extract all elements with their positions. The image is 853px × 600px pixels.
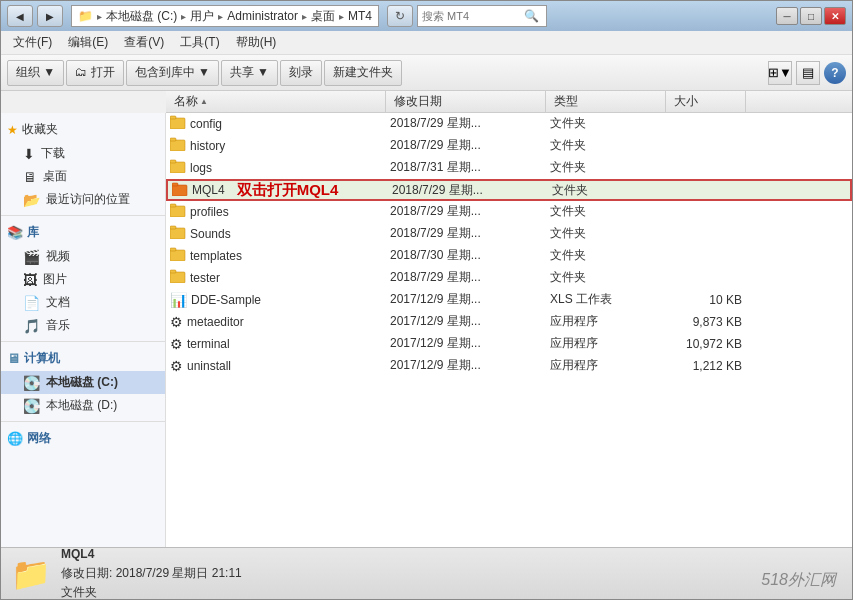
file-size-cell: 1,212 KB	[670, 359, 750, 373]
folder-icon	[170, 115, 186, 132]
path-mt4[interactable]: MT4	[348, 9, 372, 23]
view-options-button[interactable]: ⊞▼	[768, 61, 792, 85]
table-row[interactable]: profiles2018/7/29 星期...文件夹	[166, 201, 852, 223]
table-row[interactable]: ⚙metaeditor2017/12/9 星期...应用程序9,873 KB	[166, 311, 852, 333]
table-row[interactable]: templates2018/7/30 星期...文件夹	[166, 245, 852, 267]
sidebar-item-ddrive[interactable]: 💽 本地磁盘 (D:)	[1, 394, 165, 417]
recent-icon: 📂	[23, 192, 40, 208]
svg-rect-15	[170, 270, 176, 273]
forward-button[interactable]: ▶	[37, 5, 63, 27]
maximize-button[interactable]: □	[800, 7, 822, 25]
folder-icon	[172, 182, 188, 199]
toolbar: 组织 ▼ 🗂 打开 包含到库中 ▼ 共享 ▼ 刻录 新建文件夹 ⊞▼ ▤ ?	[1, 55, 852, 91]
file-name-cell: ⚙uninstall	[170, 358, 390, 374]
table-row[interactable]: config2018/7/29 星期...文件夹	[166, 113, 852, 135]
sidebar-computer-header[interactable]: 🖥 计算机	[1, 346, 165, 371]
sidebar-item-pictures[interactable]: 🖼 图片	[1, 268, 165, 291]
file-name-text: MQL4	[192, 183, 225, 197]
col-header-name[interactable]: 名称 ▲	[166, 91, 386, 112]
sidebar-item-cdrive[interactable]: 💽 本地磁盘 (C:)	[1, 371, 165, 394]
sidebar-item-video[interactable]: 🎬 视频	[1, 245, 165, 268]
search-box[interactable]: 🔍	[417, 5, 547, 27]
sidebar-library-section: 📚 库 🎬 视频 🖼 图片 📄 文档 🎵 音乐	[1, 220, 165, 337]
path-admin[interactable]: Administrator	[227, 9, 298, 23]
file-name-cell: Sounds	[170, 225, 390, 242]
svg-rect-12	[170, 250, 185, 261]
file-type-cell: 应用程序	[550, 357, 670, 374]
file-type-cell: 文件夹	[550, 159, 670, 176]
back-button[interactable]: ◀	[7, 5, 33, 27]
folder-icon	[170, 137, 186, 154]
menu-item-f[interactable]: 文件(F)	[5, 32, 60, 53]
table-row[interactable]: tester2018/7/29 星期...文件夹	[166, 267, 852, 289]
column-headers: 名称 ▲ 修改日期 类型 大小	[166, 91, 852, 113]
cdrive-icon: 💽	[23, 375, 40, 391]
sidebar-item-documents[interactable]: 📄 文档	[1, 291, 165, 314]
close-button[interactable]: ✕	[824, 7, 846, 25]
path-arrow: ▸	[97, 11, 102, 22]
main-window: ◀ ▶ 📁 ▸ 本地磁盘 (C:) ▸ 用户 ▸ Administrator ▸…	[0, 0, 853, 600]
file-date-cell: 2018/7/31 星期...	[390, 159, 550, 176]
file-name-cell: 📊DDE-Sample	[170, 292, 390, 308]
share-button[interactable]: 共享 ▼	[221, 60, 278, 86]
refresh-button[interactable]: ↻	[387, 5, 413, 27]
minimize-button[interactable]: ─	[776, 7, 798, 25]
open-button[interactable]: 🗂 打开	[66, 60, 123, 86]
path-desktop[interactable]: 桌面	[311, 8, 335, 25]
col-header-size[interactable]: 大小	[666, 91, 746, 112]
sidebar-item-desktop[interactable]: 🖥 桌面	[1, 165, 165, 188]
table-row[interactable]: 📊DDE-Sample2017/12/9 星期...XLS 工作表10 KB	[166, 289, 852, 311]
sidebar-library-header[interactable]: 📚 库	[1, 220, 165, 245]
sidebar-item-download[interactable]: ⬇ 下载	[1, 142, 165, 165]
documents-icon: 📄	[23, 295, 40, 311]
file-name-text: Sounds	[190, 227, 231, 241]
burn-button[interactable]: 刻录	[280, 60, 322, 86]
file-type-cell: 文件夹	[550, 269, 670, 286]
sep3: ▸	[302, 11, 307, 22]
address-bar[interactable]: 📁 ▸ 本地磁盘 (C:) ▸ 用户 ▸ Administrator ▸ 桌面 …	[71, 5, 379, 27]
search-input[interactable]	[422, 10, 522, 22]
sep4: ▸	[339, 11, 344, 22]
sidebar-favorites-header[interactable]: ★ 收藏夹	[1, 117, 165, 142]
organize-button[interactable]: 组织 ▼	[7, 60, 64, 86]
file-name-cell: logs	[170, 159, 390, 176]
path-user[interactable]: 用户	[190, 8, 214, 25]
sidebar: ★ 收藏夹 ⬇ 下载 🖥 桌面 📂 最近访问的位置	[1, 113, 166, 547]
table-row[interactable]: ⚙uninstall2017/12/9 星期...应用程序1,212 KB	[166, 355, 852, 377]
sidebar-item-recent[interactable]: 📂 最近访问的位置	[1, 188, 165, 211]
path-root[interactable]: 本地磁盘 (C:)	[106, 8, 177, 25]
menu-item-e[interactable]: 编辑(E)	[60, 32, 116, 53]
include-button[interactable]: 包含到库中 ▼	[126, 60, 219, 86]
new-folder-button[interactable]: 新建文件夹	[324, 60, 402, 86]
details-pane-button[interactable]: ▤	[796, 61, 820, 85]
file-name-text: logs	[190, 161, 212, 175]
status-info: MQL4 修改日期: 2018/7/29 星期日 21:11 文件夹	[61, 545, 242, 600]
table-row[interactable]: history2018/7/29 星期...文件夹	[166, 135, 852, 157]
table-row[interactable]: logs2018/7/31 星期...文件夹	[166, 157, 852, 179]
folder-icon	[170, 269, 186, 286]
file-date-cell: 2017/12/9 星期...	[390, 335, 550, 352]
sidebar-network-header[interactable]: 🌐 网络	[1, 426, 165, 451]
table-row[interactable]: Sounds2018/7/29 星期...文件夹	[166, 223, 852, 245]
svg-rect-2	[170, 140, 185, 151]
file-date-cell: 2017/12/9 星期...	[390, 313, 550, 330]
sidebar-item-music[interactable]: 🎵 音乐	[1, 314, 165, 337]
divider-2	[1, 341, 165, 342]
sep2: ▸	[218, 11, 223, 22]
menu-item-t[interactable]: 工具(T)	[172, 32, 227, 53]
table-row[interactable]: ⚙terminal2017/12/9 星期...应用程序10,972 KB	[166, 333, 852, 355]
help-button[interactable]: ?	[824, 62, 846, 84]
col-header-type[interactable]: 类型	[546, 91, 666, 112]
menu-item-v[interactable]: 查看(V)	[116, 32, 172, 53]
file-date-cell: 2018/7/29 星期...	[390, 137, 550, 154]
main-content: ★ 收藏夹 ⬇ 下载 🖥 桌面 📂 最近访问的位置	[1, 113, 852, 547]
file-date-cell: 2018/7/30 星期...	[390, 247, 550, 264]
search-icon[interactable]: 🔍	[524, 9, 539, 23]
file-type-cell: 文件夹	[550, 137, 670, 154]
file-type-cell: XLS 工作表	[550, 291, 670, 308]
menu-item-h[interactable]: 帮助(H)	[228, 32, 285, 53]
file-date-cell: 2018/7/29 星期...	[390, 203, 550, 220]
table-row[interactable]: MQL4双击打开MQL42018/7/29 星期...文件夹	[166, 179, 852, 201]
file-list: config2018/7/29 星期...文件夹history2018/7/29…	[166, 113, 852, 547]
col-header-date[interactable]: 修改日期	[386, 91, 546, 112]
